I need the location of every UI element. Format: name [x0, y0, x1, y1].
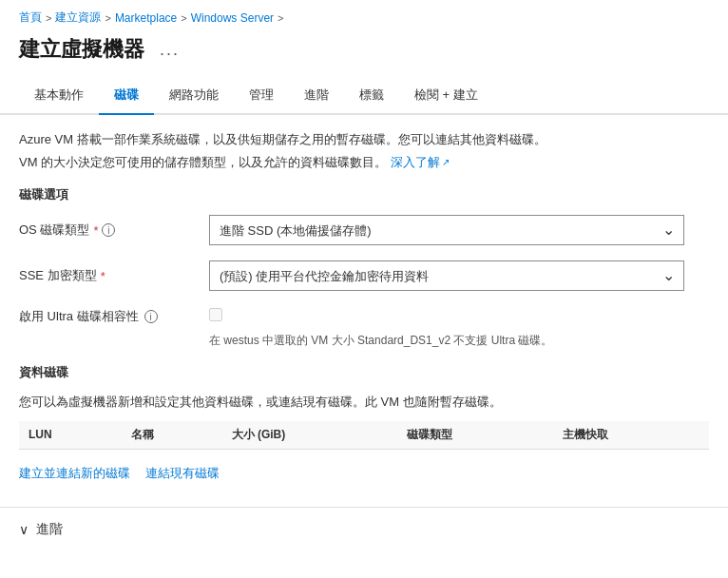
ultra-disk-disabled-note: 在 westus 中選取的 VM 大小 Standard_DS1_v2 不支援 …	[209, 333, 684, 349]
disk-options-title: 磁碟選項	[19, 186, 709, 203]
advanced-section-label: 進階	[36, 521, 63, 538]
ultra-disk-label-text: 啟用 Ultra 磁碟相容性	[19, 308, 139, 325]
breadcrumb-marketplace[interactable]: Marketplace	[115, 11, 177, 25]
sse-type-label: SSE 加密類型 *	[19, 267, 209, 284]
learn-more-link[interactable]: 深入了解 ↗	[391, 153, 450, 172]
advanced-chevron-icon: ∨	[19, 522, 29, 537]
disks-table-header-row: LUN 名稱 大小 (GiB) 磁碟類型 主機快取	[19, 421, 709, 450]
os-disk-info-icon[interactable]: i	[102, 223, 115, 237]
sse-required-star: *	[101, 269, 105, 283]
breadcrumb-create-resource[interactable]: 建立資源	[55, 10, 101, 26]
data-disks-description: 您可以為虛擬機器新增和設定其他資料磁碟，或連結現有磁碟。此 VM 也隨附暫存磁碟…	[19, 393, 709, 412]
os-disk-type-control: 進階 SSD (本地備援儲存體) 標準 SSD (本地備援儲存體) 標準 HDD…	[209, 215, 684, 245]
os-disk-required-star: *	[93, 223, 98, 238]
ultra-disk-label: 啟用 Ultra 磁碟相容性 i	[19, 306, 209, 325]
content-area: Azure VM 搭載一部作業系統磁碟，以及供短期儲存之用的暫存磁碟。您可以連結…	[0, 115, 728, 488]
col-disk-type: 磁碟類型	[397, 421, 553, 450]
os-disk-type-label: OS 磁碟類型 * i	[19, 222, 209, 239]
advanced-section[interactable]: ∨ 進階	[0, 508, 728, 551]
ultra-disk-checkbox-row	[209, 306, 684, 321]
create-attach-disk-button[interactable]: 建立並連結新的磁碟	[19, 465, 130, 482]
disks-table: LUN 名稱 大小 (GiB) 磁碟類型 主機快取	[19, 421, 709, 450]
sse-type-row: SSE 加密類型 * (預設) 使用平台代控金鑰加密待用資料 使用客戶自控金鑰加…	[19, 260, 709, 291]
tab-network[interactable]: 網路功能	[154, 79, 234, 115]
external-link-icon: ↗	[442, 155, 450, 169]
breadcrumb-sep-4: >	[278, 12, 283, 24]
ultra-disk-info-icon[interactable]: i	[144, 310, 158, 323]
description-line2: VM 的大小決定您可使用的儲存體類型，以及允許的資料磁碟數目。 深入了解 ↗	[19, 153, 709, 172]
tabs-bar: 基本動作 磁碟 網路功能 管理 進階 標籤 檢閱 + 建立	[0, 79, 728, 115]
tab-tags[interactable]: 標籤	[344, 79, 399, 115]
description-line1: Azure VM 搭載一部作業系統磁碟，以及供短期儲存之用的暫存磁碟。您可以連結…	[19, 130, 709, 149]
os-disk-type-label-text: OS 磁碟類型	[19, 222, 89, 239]
breadcrumb-sep-3: >	[181, 12, 186, 24]
col-host-cache: 主機快取	[553, 421, 709, 450]
sse-type-label-text: SSE 加密類型	[19, 267, 97, 284]
tab-advanced[interactable]: 進階	[289, 79, 344, 115]
page-title: 建立虛擬機器	[19, 35, 144, 64]
os-disk-type-select[interactable]: 進階 SSD (本地備援儲存體) 標準 SSD (本地備援儲存體) 標準 HDD…	[209, 215, 684, 245]
description-text-vm: VM 的大小決定您可使用的儲存體類型，以及允許的資料磁碟數目。	[19, 155, 387, 169]
breadcrumb-sep-1: >	[46, 12, 51, 24]
ultra-disk-checkbox[interactable]	[209, 308, 222, 321]
col-size: 大小 (GiB)	[222, 421, 398, 450]
sse-type-select[interactable]: (預設) 使用平台代控金鑰加密待用資料 使用客戶自控金鑰加密待用資料	[209, 260, 684, 291]
sse-type-control: (預設) 使用平台代控金鑰加密待用資料 使用客戶自控金鑰加密待用資料	[209, 260, 684, 291]
more-options-button[interactable]: ...	[160, 40, 180, 60]
data-disks-title: 資料磁碟	[19, 364, 709, 381]
breadcrumb: 首頁 > 建立資源 > Marketplace > Windows Server…	[0, 0, 728, 31]
breadcrumb-sep-2: >	[105, 12, 110, 24]
os-disk-type-dropdown-wrapper: 進階 SSD (本地備援儲存體) 標準 SSD (本地備援儲存體) 標準 HDD…	[209, 215, 684, 245]
learn-more-text: 深入了解	[391, 153, 440, 172]
ultra-disk-row: 啟用 Ultra 磁碟相容性 i 在 westus 中選取的 VM 大小 Sta…	[19, 306, 709, 349]
sse-type-dropdown-wrapper: (預設) 使用平台代控金鑰加密待用資料 使用客戶自控金鑰加密待用資料	[209, 260, 684, 291]
disks-actions: 建立並連結新的磁碟 連結現有磁碟	[19, 459, 709, 488]
attach-existing-disk-button[interactable]: 連結現有磁碟	[145, 465, 220, 482]
tab-basic-action[interactable]: 基本動作	[19, 79, 99, 115]
os-disk-type-row: OS 磁碟類型 * i 進階 SSD (本地備援儲存體) 標準 SSD (本地備…	[19, 215, 709, 245]
page-header: 建立虛擬機器 ...	[0, 31, 728, 79]
ultra-disk-checkbox-group: 在 westus 中選取的 VM 大小 Standard_DS1_v2 不支援 …	[209, 306, 684, 349]
data-disks-section: 資料磁碟 您可以為虛擬機器新增和設定其他資料磁碟，或連結現有磁碟。此 VM 也隨…	[19, 364, 709, 488]
col-lun: LUN	[19, 421, 122, 450]
breadcrumb-home[interactable]: 首頁	[19, 10, 42, 26]
tab-management[interactable]: 管理	[234, 79, 289, 115]
breadcrumb-windows-server[interactable]: Windows Server	[191, 11, 274, 25]
tab-review-create[interactable]: 檢閱 + 建立	[399, 79, 493, 115]
col-name: 名稱	[122, 421, 222, 450]
ultra-disk-control: 在 westus 中選取的 VM 大小 Standard_DS1_v2 不支援 …	[209, 306, 684, 349]
tab-disk[interactable]: 磁碟	[99, 79, 154, 115]
